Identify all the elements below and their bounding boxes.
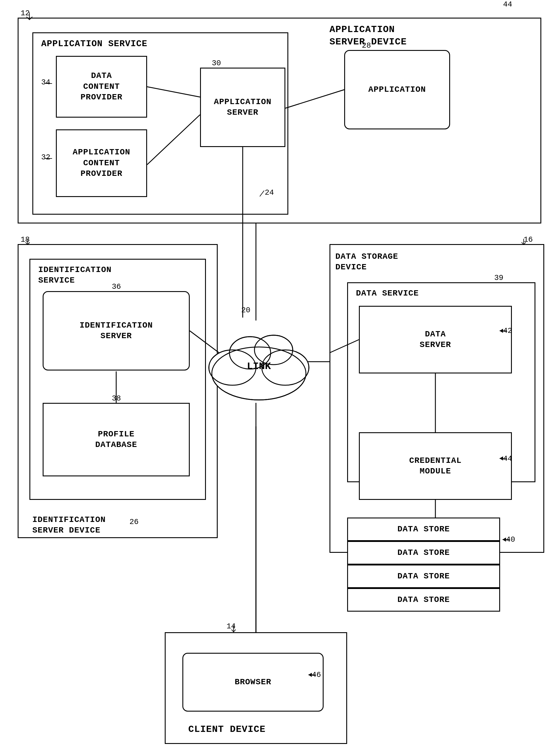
id-server-box: IDENTIFICATIONSERVER: [43, 291, 190, 370]
data-content-provider-box: DATACONTENTPROVIDER: [56, 56, 147, 118]
ref-20: 20: [241, 306, 250, 315]
svg-point-30: [212, 347, 306, 400]
application-label: APPLICATION: [368, 84, 426, 95]
svg-text:LINK: LINK: [247, 361, 271, 372]
data-storage-device-label: DATA STORAGEDEVICE: [335, 251, 398, 273]
data-store-1-label: DATA STORE: [397, 524, 450, 535]
profile-db-box: PROFILEDATABASE: [43, 403, 190, 476]
ref-44-b: 44: [503, 454, 512, 463]
application-server-box: APPLICATIONSERVER: [200, 68, 285, 147]
ref-32-arrow: [45, 156, 52, 161]
id-server-device-label: IDENTIFICATIONSERVER DEVICE: [32, 514, 106, 536]
ref-44: 44: [503, 0, 512, 9]
data-content-provider-label: DATACONTENTPROVIDER: [80, 71, 123, 103]
application-box: APPLICATION: [344, 50, 450, 130]
ref-36: 36: [112, 282, 121, 291]
svg-point-28: [230, 337, 270, 368]
ref-28: 28: [362, 41, 371, 50]
data-server-label: DATASERVER: [420, 329, 451, 351]
ref-18: 18: [21, 235, 30, 244]
svg-point-33: [230, 337, 271, 369]
id-service-label: IDENTIFICATIONSERVICE: [38, 265, 111, 286]
data-store-4-label: DATA STORE: [397, 595, 450, 605]
svg-point-32: [262, 350, 309, 385]
ref-16: 16: [524, 235, 533, 244]
ref-14: 14: [227, 622, 236, 631]
credential-module-label: CREDENTIALMODULE: [409, 456, 461, 477]
ref-39: 39: [494, 274, 503, 282]
data-server-box: DATASERVER: [359, 306, 512, 373]
ref-30: 30: [212, 59, 221, 68]
data-store-3-label: DATA STORE: [397, 571, 450, 582]
client-device-label: CLIENT DEVICE: [188, 723, 266, 736]
profile-db-label: PROFILEDATABASE: [95, 429, 137, 451]
svg-point-34: [254, 335, 293, 365]
svg-point-24: [254, 335, 293, 365]
data-service-label: DATA SERVICE: [356, 288, 419, 299]
app-content-provider-box: APPLICATIONCONTENTPROVIDER: [56, 130, 147, 197]
svg-point-23: [230, 337, 271, 369]
diagram-container: APPLICATIONSERVER DEVICE 12 APPLICATION …: [0, 0, 556, 756]
svg-point-20: [212, 347, 306, 400]
ref-46: 46: [312, 671, 321, 679]
svg-point-27: [263, 351, 308, 385]
data-store-1: DATA STORE: [347, 517, 500, 541]
data-store-3: DATA STORE: [347, 565, 500, 588]
browser-box: BROWSER: [182, 653, 323, 712]
ref-42: 42: [503, 326, 512, 335]
data-store-2: DATA STORE: [347, 541, 500, 565]
ref-12-arrow: [25, 12, 34, 21]
data-store-4: DATA STORE: [347, 588, 500, 612]
ref-38: 38: [112, 394, 121, 403]
data-store-2-label: DATA STORE: [397, 547, 450, 558]
svg-point-29: [255, 336, 292, 364]
ref-34-arrow: [45, 81, 52, 86]
credential-module-box: CREDENTIALMODULE: [359, 432, 512, 500]
application-service-label: APPLICATION SERVICE: [41, 38, 147, 50]
ref-24: 24: [265, 188, 274, 197]
id-server-label: IDENTIFICATIONSERVER: [79, 320, 153, 342]
application-server-label: APPLICATIONSERVER: [214, 97, 272, 118]
ref-40: 40: [506, 535, 515, 544]
ref-26: 26: [130, 517, 139, 526]
svg-point-25: [212, 348, 305, 399]
app-content-provider-label: APPLICATIONCONTENTPROVIDER: [73, 147, 130, 179]
svg-point-22: [262, 350, 309, 385]
browser-label: BROWSER: [235, 677, 272, 687]
